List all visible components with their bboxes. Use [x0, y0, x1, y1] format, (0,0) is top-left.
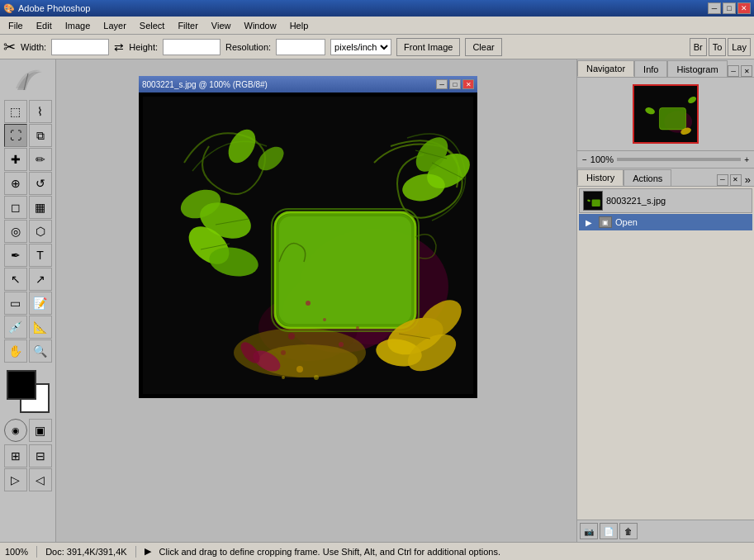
tool-extra1[interactable]: ⊞ [4, 444, 27, 467]
text-tool[interactable]: T [29, 244, 52, 267]
clear-button[interactable]: Clear [465, 38, 501, 56]
br-tab[interactable]: Br [690, 38, 707, 56]
history-collapse-button[interactable]: ─ [717, 174, 728, 186]
resolution-input[interactable] [276, 39, 325, 55]
navigator-collapse-button[interactable]: ─ [728, 65, 739, 77]
quick-mask-mode[interactable]: ◉ [4, 419, 27, 442]
slice-tool[interactable]: ⧉ [29, 124, 52, 147]
tab-actions[interactable]: Actions [624, 169, 671, 186]
image-maximize-button[interactable]: □ [449, 79, 461, 89]
status-doc-info: Doc: 391,4K/391,4K [45, 547, 126, 557]
height-input[interactable] [163, 39, 221, 55]
navigator-tab-bar: Navigator Info Histogram ─ ✕ [577, 59, 754, 78]
history-step-thumb-icon: ▣ [599, 216, 612, 228]
image-window-title-text: 8003221_s.jpg @ 100% (RGB/8#) [142, 80, 268, 89]
image-canvas [139, 93, 477, 398]
path-select-tool[interactable]: ↖ [4, 268, 27, 291]
zoom-out-button[interactable]: − [582, 155, 587, 164]
navigator-panel: Navigator Info Histogram ─ ✕ [577, 59, 754, 168]
screen-mode[interactable]: ▣ [29, 419, 52, 442]
eyedropper-tool[interactable]: 💉 [4, 316, 27, 339]
minimize-button[interactable]: ─ [708, 2, 721, 14]
zoom-in-button[interactable]: + [744, 155, 749, 164]
menu-select[interactable]: Select [133, 19, 172, 32]
lay-tab[interactable]: Lay [728, 38, 751, 56]
to-tab[interactable]: To [709, 38, 727, 56]
heal-tool[interactable]: ✚ [4, 148, 27, 171]
main-area: ⬚ ⌇ ⛶ ⧉ ✚ ✏ ⊕ ↺ ◻ ▦ ◎ ⬡ ✒ T ↖ ↗ [0, 59, 754, 542]
blur-tool[interactable]: ◎ [4, 220, 27, 243]
menu-layer[interactable]: Layer [97, 19, 133, 32]
clone-tool[interactable]: ⊕ [4, 172, 27, 195]
history-brush-tool[interactable]: ↺ [29, 172, 52, 195]
foreground-color[interactable] [7, 370, 36, 400]
canvas-area[interactable]: 8003221_s.jpg @ 100% (RGB/8#) ─ □ ✕ [56, 59, 576, 542]
svg-point-37 [281, 350, 286, 355]
zoom-tool[interactable]: 🔍 [29, 339, 52, 363]
tool-extra4[interactable]: ◁ [29, 468, 52, 491]
menu-help[interactable]: Help [283, 19, 315, 32]
tab-histogram[interactable]: Histogram [667, 60, 727, 77]
eraser-tool[interactable]: ◻ [4, 196, 27, 219]
image-window-controls: ─ □ ✕ [436, 79, 474, 89]
zoom-slider[interactable] [617, 158, 741, 161]
lasso-tool[interactable]: ⌇ [29, 100, 52, 123]
history-snapshot-button[interactable]: 📷 [580, 523, 598, 539]
history-expand-button[interactable]: ✕ [730, 174, 742, 186]
menu-image[interactable]: Image [59, 19, 97, 32]
menu-window[interactable]: Window [238, 19, 283, 32]
units-select[interactable]: pixels/inch pixels/cm [330, 39, 391, 55]
menu-filter[interactable]: Filter [171, 19, 204, 32]
history-panel-controls: ─ ✕ » [717, 173, 754, 186]
measure-tool[interactable]: 📐 [29, 316, 52, 339]
front-image-button[interactable]: Front Image [396, 38, 460, 56]
shape-tool[interactable]: ▭ [4, 292, 27, 315]
history-tab-bar: History Actions ─ ✕ » [577, 168, 754, 187]
status-arrow-button[interactable]: ▶ [145, 546, 151, 557]
brush-tool[interactable]: ✏ [29, 148, 52, 171]
title-bar-left: 🎨 Adobe Photoshop [3, 3, 90, 14]
panel-tabs: Br To Lay [690, 38, 751, 56]
toolbox: ⬚ ⌇ ⛶ ⧉ ✚ ✏ ⊕ ↺ ◻ ▦ ◎ ⬡ ✒ T ↖ ↗ [0, 59, 56, 542]
navigator-zoom-bar: − 100% + [577, 150, 754, 168]
menu-file[interactable]: File [2, 19, 30, 32]
tool-extra3[interactable]: ▷ [4, 468, 27, 491]
svg-point-38 [296, 366, 303, 373]
gradient-tool[interactable]: ▦ [29, 196, 52, 219]
tool-extra2[interactable]: ⊟ [29, 444, 52, 467]
color-boxes[interactable] [7, 370, 50, 413]
image-close-button[interactable]: ✕ [462, 79, 474, 89]
maximize-button[interactable]: □ [723, 2, 736, 14]
svg-point-32 [306, 301, 311, 306]
notes-tool[interactable]: 📝 [29, 292, 52, 315]
hand-tool[interactable]: ✋ [4, 339, 27, 363]
image-minimize-button[interactable]: ─ [436, 79, 448, 89]
title-bar: 🎨 Adobe Photoshop ─ □ ✕ [0, 0, 754, 17]
tab-info[interactable]: Info [634, 60, 667, 77]
tab-history[interactable]: History [577, 169, 624, 186]
navigator-expand-button[interactable]: ✕ [741, 65, 752, 77]
dodge-tool[interactable]: ⬡ [29, 220, 52, 243]
direct-select-tool[interactable]: ↗ [29, 268, 52, 291]
marquee-tool[interactable]: ⬚ [4, 100, 27, 123]
navigator-panel-controls: ─ ✕ [728, 65, 754, 77]
image-window-title-bar[interactable]: 8003221_s.jpg @ 100% (RGB/8#) ─ □ ✕ [139, 76, 477, 93]
history-menu-arrow[interactable]: » [743, 173, 752, 186]
history-new-document-button[interactable]: 📄 [600, 523, 618, 539]
tab-navigator[interactable]: Navigator [577, 60, 634, 77]
status-zoom: 100% [5, 547, 28, 557]
menu-view[interactable]: View [205, 19, 238, 32]
pen-tool[interactable]: ✒ [4, 244, 27, 267]
history-panel: History Actions ─ ✕ » [577, 168, 754, 542]
menu-edit[interactable]: Edit [30, 19, 59, 32]
photoshop-logo [5, 63, 51, 96]
width-input[interactable] [51, 39, 109, 55]
close-button[interactable]: ✕ [737, 2, 751, 14]
history-file-name: 8003221_s.jpg [606, 196, 666, 206]
history-delete-button[interactable]: 🗑 [619, 523, 638, 539]
history-bottom-bar: 📷 📄 🗑 [577, 520, 754, 542]
crop-tool[interactable]: ⛶ [4, 124, 27, 147]
history-step-open[interactable]: ▶ ▣ Open [579, 214, 752, 230]
history-content: 8003221_s.jpg ▶ ▣ Open [577, 187, 754, 520]
svg-rect-49 [592, 200, 600, 206]
